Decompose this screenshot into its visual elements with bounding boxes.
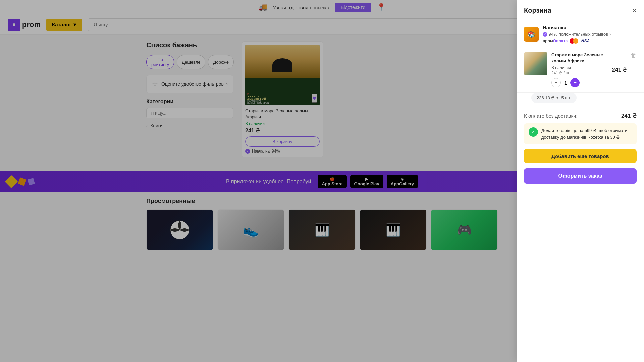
cart-title: Корзина xyxy=(524,7,551,14)
prom-oplata-label: промОплата xyxy=(543,39,568,43)
cart-item-total-price: 241 ₴ xyxy=(612,67,627,73)
visa-icon: VISA xyxy=(580,39,590,43)
cart-close-button[interactable]: × xyxy=(632,7,637,14)
quantity-increase-button[interactable]: + xyxy=(570,78,580,87)
mastercard-icon xyxy=(570,38,578,44)
payment-icons: промОплата VISA xyxy=(543,38,611,44)
cart-seller-rating-row: ✓ 94% положительных отзывов › xyxy=(543,32,611,37)
add-more-button[interactable]: Добавить еще товаров xyxy=(524,149,637,163)
seller-profile-arrow[interactable]: › xyxy=(609,32,611,37)
cart-seller-name: Навчалка xyxy=(543,25,611,31)
cart-item-name: Старик и море.Зеленые холмы Африки xyxy=(551,52,608,64)
cart-item-unit-price: 241 ₴ / шт. xyxy=(551,71,608,75)
checkout-button[interactable]: Оформить заказ xyxy=(524,168,637,184)
cart-item-availability: В наличии xyxy=(551,65,608,70)
cart-item-info: Старик и море.Зеленые холмы Африки В нал… xyxy=(551,52,608,87)
cart-panel: Корзина × 📚 Навчалка ✓ 94% положительных… xyxy=(517,0,644,256)
cart-total-amount: 241 ₴ xyxy=(621,112,637,119)
cart-item-delete-button[interactable]: 🗑 xyxy=(631,52,637,59)
cart-seller-info: Навчалка ✓ 94% положительных отзывов › п… xyxy=(543,25,611,44)
promo-box: ✓ Додай товарів ще на 599 ₴, щоб отримат… xyxy=(524,123,637,144)
cart-item: Старик и море.Зеленые холмы Африки В нал… xyxy=(517,47,644,93)
cart-header: Корзина × xyxy=(517,0,644,20)
cart-seller-section: 📚 Навчалка ✓ 94% положительных отзывов ›… xyxy=(517,20,644,47)
bulk-price-note: 236.18 ₴ от 5 шт. xyxy=(531,93,577,103)
promo-text: Додай товарів ще на 599 ₴, щоб отримати … xyxy=(541,127,632,140)
cart-seller-rating-text: 94% положительных отзывов xyxy=(549,32,608,37)
quantity-decrease-button[interactable]: − xyxy=(551,78,561,87)
cart-total-row: К оплате без доставки: 241 ₴ xyxy=(517,110,644,123)
cart-total-label: К оплате без доставки: xyxy=(524,113,578,119)
cart-item-image xyxy=(524,52,547,75)
promo-icon: ✓ xyxy=(529,127,538,137)
cart-seller-image: 📚 xyxy=(524,27,539,42)
quantity-controls: − 1 + xyxy=(551,78,608,87)
rating-badge: ✓ xyxy=(543,32,547,37)
quantity-value: 1 xyxy=(564,80,567,86)
